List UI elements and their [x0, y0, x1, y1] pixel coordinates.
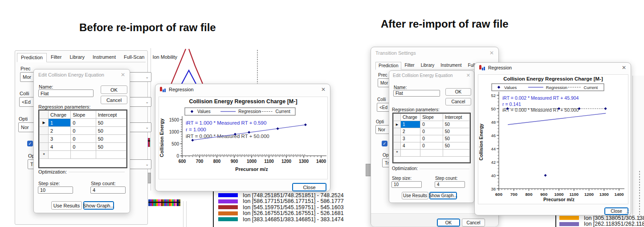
regression-parameters-grid[interactable]: ChargeSlopeIntercept▶1050205030504050*: [38, 109, 127, 168]
grid-header-charge[interactable]: Charge: [49, 111, 71, 119]
close-button[interactable]: Close: [604, 207, 628, 215]
tab-ion-mobility[interactable]: Ion Mobility: [148, 53, 181, 62]
resize-grip[interactable]: [625, 210, 629, 214]
grid-cell[interactable]: 50: [96, 127, 126, 135]
ion-legend-item[interactable]: Ion [545.159751/545.159751] - 545.1603: [218, 204, 344, 211]
grid-header-slope[interactable]: Slope: [71, 111, 96, 119]
grid-cell[interactable]: 2: [49, 127, 71, 135]
grid-row-header[interactable]: [40, 135, 49, 143]
use-optimization-checkbox[interactable]: ✓: [382, 141, 387, 146]
use-optimization-checkbox[interactable]: ✓: [27, 141, 33, 146]
grid-new-row-marker[interactable]: *: [394, 150, 401, 157]
svg-text:iRT = 0.002 * Measured RT + 45: iRT = 0.002 * Measured RT + 45.904: [502, 95, 579, 101]
grid-cell[interactable]: 0: [71, 143, 96, 151]
grid-cell[interactable]: 0: [420, 128, 443, 135]
grid-row-header[interactable]: ▶: [394, 121, 401, 128]
grid-cell[interactable]: 50: [96, 143, 126, 151]
grid-cell[interactable]: [96, 151, 126, 159]
grid-cell[interactable]: [443, 150, 469, 157]
name-field[interactable]: [38, 89, 94, 97]
tab-filter[interactable]: Filter: [401, 61, 417, 69]
dialog-titlebar[interactable]: Edit Collision Energy Equation ✕: [389, 71, 474, 80]
cancel-button[interactable]: Cancel: [462, 219, 485, 227]
grid-row-header[interactable]: [394, 142, 401, 150]
step-count-field[interactable]: [90, 186, 126, 194]
grid-cell[interactable]: 0: [420, 142, 443, 150]
ion-legend-item[interactable]: Ion [383.146851/383.146851] - 383.1474: [218, 216, 344, 223]
dialog-titlebar[interactable]: Edit Collision Energy Equation ✕: [34, 69, 130, 80]
grid-cell[interactable]: [420, 150, 443, 157]
tab-prediction[interactable]: Prediction: [375, 62, 401, 70]
ion-legend-item[interactable]: Ion [262.118351/262.11835: [559, 221, 644, 227]
grid-cell[interactable]: 50: [443, 121, 469, 128]
grid-header-slope[interactable]: Slope: [420, 114, 443, 121]
grid-row-header[interactable]: [40, 127, 49, 135]
grid-row-header[interactable]: [394, 135, 401, 142]
group-divider: [69, 172, 125, 172]
step-size-field[interactable]: [391, 181, 422, 188]
grid-cell[interactable]: 1: [49, 119, 71, 127]
grid-cell[interactable]: 1: [401, 121, 420, 128]
grid-cell[interactable]: 3: [49, 135, 71, 143]
svg-text:1100: 1100: [264, 159, 274, 164]
use-results-button[interactable]: Use Results: [51, 201, 82, 210]
tab-prediction[interactable]: Prediction: [17, 53, 47, 62]
grid-cell[interactable]: 0: [71, 127, 96, 135]
grid-cell[interactable]: 0: [420, 135, 443, 142]
grid-row-header[interactable]: [40, 143, 49, 151]
ok-button[interactable]: OK: [437, 219, 460, 227]
close-icon[interactable]: ✕: [121, 72, 125, 77]
tab-instrument[interactable]: Instrument: [437, 61, 465, 69]
grid-cell[interactable]: [49, 151, 71, 159]
transition-settings-titlebar[interactable]: Transition Settings ✕: [371, 47, 498, 59]
grid-cell[interactable]: 0: [71, 119, 96, 127]
grid-cell[interactable]: 50: [443, 135, 469, 142]
regression-titlebar[interactable]: Regression ✕: [155, 84, 330, 95]
cancel-button[interactable]: Cancel: [445, 98, 471, 105]
grid-new-row-marker[interactable]: *: [40, 151, 49, 159]
grid-cell[interactable]: 0: [420, 121, 443, 128]
ok-button[interactable]: OK: [101, 85, 127, 94]
ion-legend-item[interactable]: Ion [305.138051/305.13805: [559, 215, 644, 221]
grid-cell[interactable]: 3: [401, 135, 420, 142]
regression-parameters-grid[interactable]: ChargeSlopeIntercept▶1050205030504050*: [392, 113, 471, 163]
tab-instrument[interactable]: Instrument: [89, 53, 120, 62]
tab-library[interactable]: Library: [418, 61, 438, 69]
grid-cell[interactable]: 4: [49, 143, 71, 151]
grid-cell[interactable]: [401, 150, 420, 157]
grid-cell[interactable]: 50: [96, 119, 126, 127]
ok-button[interactable]: OK: [445, 88, 471, 96]
ion-legend-item[interactable]: Ion [526.167551/526.167551] - 526.1681: [218, 211, 344, 217]
show-graph-button[interactable]: Show Graph...: [83, 201, 114, 210]
grid-cell[interactable]: [71, 151, 96, 159]
close-icon[interactable]: ✕: [489, 50, 494, 56]
close-icon[interactable]: ✕: [321, 87, 326, 92]
ion-legend-item[interactable]: Ion [748.251851/748.251851] - 748.2524: [218, 192, 344, 199]
tab-library[interactable]: Library: [65, 53, 89, 62]
grid-header-charge[interactable]: Charge: [401, 114, 420, 121]
grid-cell[interactable]: 50: [443, 142, 469, 150]
grid-row-header[interactable]: [394, 128, 401, 135]
close-icon[interactable]: ✕: [466, 73, 470, 78]
show-graph-button[interactable]: Show Graph...: [429, 192, 457, 199]
tab-filter[interactable]: Filter: [47, 53, 65, 62]
ion-legend-item[interactable]: Ion [586.177151/586.177151] - 586.1777: [218, 199, 344, 205]
tab-full-scan[interactable]: Full-Scan: [120, 53, 148, 62]
grid-header-intercept[interactable]: Intercept: [443, 114, 469, 121]
step-count-field[interactable]: [435, 181, 465, 188]
grid-cell[interactable]: 50: [443, 128, 469, 135]
grid-cell[interactable]: 50: [96, 135, 126, 143]
close-icon[interactable]: ✕: [622, 65, 626, 70]
grid-row-header[interactable]: ▶: [40, 119, 49, 127]
close-button[interactable]: Close: [292, 183, 326, 191]
use-results-button[interactable]: Use Results: [402, 192, 428, 199]
step-size-field[interactable]: [38, 186, 73, 194]
svg-text:38: 38: [491, 186, 496, 191]
name-field[interactable]: [393, 90, 440, 97]
grid-cell[interactable]: 4: [401, 142, 420, 150]
grid-cell[interactable]: 0: [71, 135, 96, 143]
grid-header-intercept[interactable]: Intercept: [96, 111, 126, 119]
regression-titlebar[interactable]: Regression ✕: [475, 63, 631, 73]
cancel-button[interactable]: Cancel: [101, 96, 127, 104]
grid-cell[interactable]: 2: [401, 128, 420, 135]
